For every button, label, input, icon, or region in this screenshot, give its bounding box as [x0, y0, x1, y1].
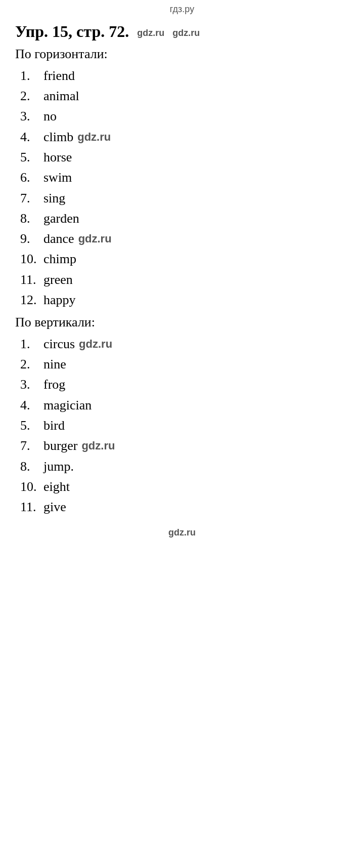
list-item: 2.animal [15, 86, 349, 106]
item-number: 12. [20, 290, 43, 310]
list-item: 4.magician [15, 395, 349, 416]
item-number: 2. [20, 354, 43, 375]
page-title: Упр. 15, стр. 72. gdz.ru gdz.ru [15, 22, 349, 41]
watermark-top: гдз.ру [0, 0, 364, 17]
section-vertical-header: По вертикали: [15, 313, 349, 332]
watermark-inline-climb: gdz.ru [77, 129, 111, 146]
item-number: 11. [20, 270, 43, 290]
item-word: garden [43, 209, 79, 229]
list-item: 1.circusgdz.ru [15, 334, 349, 354]
item-number: 7. [20, 188, 43, 209]
title-text: Упр. 15, стр. 72. [15, 22, 129, 40]
item-number: 10. [20, 249, 43, 269]
item-word: nine [43, 354, 66, 375]
list-item: 3.frog [15, 375, 349, 395]
item-number: 9. [20, 229, 43, 249]
list-item: 7.burgergdz.ru [15, 436, 349, 456]
item-word: sing [43, 188, 65, 209]
watermark-footer: gdz.ru [15, 527, 349, 543]
item-number: 10. [20, 477, 43, 497]
item-word: frog [43, 375, 65, 395]
list-item: 4.climbgdz.ru [15, 127, 349, 147]
list-item: 5.horse [15, 147, 349, 168]
watermark-inline-burger: gdz.ru [81, 437, 115, 454]
item-word: happy [43, 290, 76, 310]
item-word: magician [43, 395, 92, 416]
item-word: friend [43, 66, 75, 86]
item-word: climb [43, 127, 73, 147]
item-number: 4. [20, 127, 43, 147]
item-word: horse [43, 147, 72, 168]
list-item: 11.give [15, 497, 349, 517]
section-horizontal-header: По горизонтали: [15, 45, 349, 63]
list-item: 8.garden [15, 209, 349, 229]
watermark-title-2: gdz.ru [172, 28, 200, 39]
item-number: 7. [20, 436, 43, 456]
list-item: 9.dancegdz.ru [15, 229, 349, 249]
list-item: 1.friend [15, 66, 349, 86]
item-number: 1. [20, 334, 43, 354]
item-word: green [43, 270, 73, 290]
watermark-inline-circus: gdz.ru [79, 336, 112, 353]
item-word: swim [43, 168, 72, 188]
item-number: 3. [20, 375, 43, 395]
item-word: eight [43, 477, 70, 497]
item-number: 6. [20, 168, 43, 188]
item-number: 1. [20, 66, 43, 86]
list-item: 5.bird [15, 416, 349, 436]
list-item: 6.swim [15, 168, 349, 188]
list-item: 10.eight [15, 477, 349, 497]
item-number: 8. [20, 457, 43, 477]
list-item: 7.sing [15, 188, 349, 209]
list-item: 10.chimp [15, 249, 349, 269]
list-item: 2.nine [15, 354, 349, 375]
item-word: animal [43, 86, 79, 106]
watermark-title-1: gdz.ru [137, 28, 164, 39]
item-number: 11. [20, 497, 43, 517]
item-word: burger [43, 436, 77, 456]
item-word: chimp [43, 249, 76, 269]
item-number: 2. [20, 86, 43, 106]
watermark-inline-dance: gdz.ru [78, 230, 112, 247]
item-number: 3. [20, 106, 43, 127]
vertical-list: 1.circusgdz.ru2.nine3.frog4.magician5.bi… [15, 334, 349, 518]
item-word: no [43, 106, 57, 127]
item-word: jump. [43, 457, 74, 477]
item-word: give [43, 497, 66, 517]
item-number: 5. [20, 147, 43, 168]
list-item: 8.jump. [15, 457, 349, 477]
list-item: 3.no [15, 106, 349, 127]
item-word: bird [43, 416, 65, 436]
item-word: circus [43, 334, 75, 354]
list-item: 11.green [15, 270, 349, 290]
horizontal-list: 1.friend2.animal3.no4.climbgdz.ru5.horse… [15, 66, 349, 311]
item-word: dance [43, 229, 74, 249]
item-number: 4. [20, 395, 43, 416]
item-number: 5. [20, 416, 43, 436]
item-number: 8. [20, 209, 43, 229]
list-item: 12.happy [15, 290, 349, 310]
